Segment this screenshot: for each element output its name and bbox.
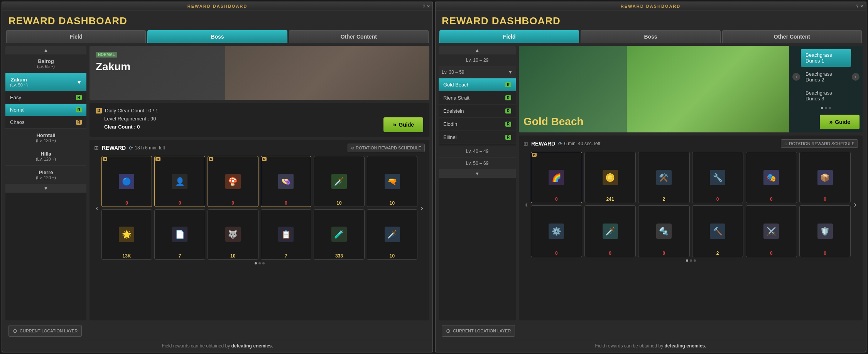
boss-info: D Daily Clear Count : 0 / 1 Level Requir… [90, 103, 429, 137]
field-item-riena-strait[interactable]: Riena Strait R [439, 91, 516, 105]
titlebar-controls: ? ✕ [423, 4, 430, 9]
reward-header: ⊞ REWARD ⟳ 18 h 6 min. left ⊙ ROTATION R… [94, 144, 425, 152]
boss-header: NORMAL Zakum [90, 46, 429, 100]
difficulty-easy[interactable]: Easy R [5, 91, 86, 104]
sub-area-item-0[interactable]: Beachgrass Dunes 1 [801, 49, 851, 67]
boss-reward-section: ⊞ REWARD ⟳ 18 h 6 min. left ⊙ ROTATION R… [90, 140, 429, 320]
left-panel: REWARD DASHBOARD ? ✕ REWARD DASHBOARD Fi… [2, 2, 433, 352]
boss-sidebar: ▲ Balrog (Lv. 65 ~) Zakum (Lv. 50 ~) ▼ E… [5, 46, 86, 320]
right-panel: REWARD DASHBOARD ? ✕ REWARD DASHBOARD Fi… [435, 2, 866, 352]
boss-guide-btn[interactable]: Guide [383, 117, 423, 132]
boss-item-hilla[interactable]: Hilla (Lv. 120 ~) [5, 147, 86, 166]
close-btn[interactable]: ✕ [427, 4, 430, 9]
field-bg-image: Gold Beach [519, 46, 789, 132]
current-location-btn-right[interactable]: ⊙ CURRENT LOCATION LAYER [442, 325, 515, 337]
level-range-40-49: Lv. 40 – 49 [439, 146, 516, 158]
field-dot-1 [690, 259, 692, 262]
field-guide-btn[interactable]: Guide [820, 115, 860, 129]
left-titlebar: REWARD DASHBOARD ? ✕ [2, 2, 432, 10]
boss-tag: NORMAL [96, 52, 117, 58]
sub-area-item-2[interactable]: Beachgrass Dunes 3 [801, 87, 851, 105]
field-sidebar: ▲ Lv. 10 – 29 Lv. 30 – 59 ▼ Gold Beach R… [439, 46, 516, 320]
field-reward-item-0: R 🌈 0 [531, 152, 582, 203]
boss-item-balrog[interactable]: Balrog (Lv. 65 ~) [5, 54, 86, 73]
reward-row-wrapper: ‹ R 🔵 0 R 👤 0 [94, 156, 425, 260]
boss-name: Zakum [96, 61, 423, 73]
reward-timer: ⟳ 18 h 6 min. left [129, 145, 165, 151]
field-name: Gold Beach [524, 115, 584, 128]
dot-0 [255, 262, 257, 264]
reward-scroll-right[interactable]: › [419, 203, 425, 212]
field-reward-item-6: ⚙️ 0 [531, 205, 582, 257]
field-reward-scroll-right[interactable]: › [852, 200, 858, 209]
sidebar-scroll-up[interactable]: ▲ [5, 46, 86, 54]
tab-boss-left[interactable]: Boss [147, 30, 287, 43]
field-reward-header: ⊞ REWARD ⟳ 6 min. 40 sec. left ⊙ ROTATIO… [524, 139, 858, 148]
tab-field-left[interactable]: Field [6, 30, 146, 43]
boss-item-zakum[interactable]: Zakum (Lv. 50 ~) ▼ [5, 73, 86, 91]
field-scroll-up[interactable]: ▲ [439, 46, 516, 54]
field-reward-scroll-left[interactable]: ‹ [524, 200, 529, 209]
field-reward-item-2: ⚒️ 2 [638, 152, 689, 203]
sub-area-next[interactable]: › [852, 73, 860, 81]
reward-item-5: 🔫 10 [367, 156, 418, 207]
tab-boss-right[interactable]: Boss [581, 30, 720, 43]
field-reward-grid-row2: ⚙️ 0 🗡️ 0 🔩 0 [531, 205, 851, 257]
boss-item-horntail[interactable]: Horntail (Lv. 130 ~) [5, 129, 86, 147]
level-dropdown-30-59[interactable]: Lv. 30 – 59 ▼ [439, 66, 516, 78]
right-tab-bar: Field Boss Other Content [436, 30, 866, 43]
boss-item-pierre[interactable]: Pierre (Lv. 120 ~) [5, 166, 86, 184]
boss-main: NORMAL Zakum D Daily Clear Count : 0 / 1… [90, 46, 429, 320]
rotation-btn[interactable]: ⊙ ROTATION REWARD SCHEDULE [348, 144, 425, 152]
reward-scroll-left[interactable]: ‹ [94, 203, 100, 212]
sub-area-dots [792, 105, 860, 111]
left-panel-title: REWARD DASHBOARD [2, 10, 432, 30]
reward-item-4: 🗡️ 10 [314, 156, 365, 207]
sub-area-item-1[interactable]: Beachgrass Dunes 2 [801, 68, 851, 86]
field-scroll-down[interactable]: ▼ [439, 169, 516, 178]
difficulty-chaos[interactable]: Chaos R [5, 116, 86, 129]
reward-item-9: 📋 7 [261, 209, 312, 260]
dot-1 [258, 262, 261, 264]
right-titlebar-controls: ? ✕ [856, 4, 863, 9]
reward-item-7: 📄 7 [154, 209, 205, 260]
tab-field-right[interactable]: Field [439, 30, 579, 43]
reward-grid-row1: R 🔵 0 R 👤 0 R 🍄 [101, 156, 418, 207]
right-footer: Field rewards can be obtained by defeati… [436, 340, 866, 352]
reward-grid-row2: 🌟 13K 📄 7 🐺 10 [101, 209, 418, 260]
boss-info-daily: D Daily Clear Count : 0 / 1 [96, 108, 423, 113]
difficulty-normal[interactable]: Nomal R [5, 104, 86, 116]
field-reward-item-5: 📦 0 [799, 152, 851, 203]
field-reward-item-3: 🔧 0 [692, 152, 743, 203]
field-reward-item-9: 🔨 2 [692, 205, 743, 257]
dot-2 [262, 262, 265, 264]
help-btn[interactable]: ? [423, 4, 425, 9]
field-item-elodin[interactable]: Elodin R [439, 118, 516, 131]
boss-info-level: Level Requirement : 90 [96, 116, 423, 122]
right-titlebar-text: REWARD DASHBOARD [621, 4, 681, 8]
field-item-edelstein[interactable]: Edelstein R [439, 105, 516, 118]
level-range-50-69: Lv. 50 – 69 [439, 158, 516, 169]
sub-area-prev[interactable]: ‹ [792, 73, 800, 81]
boss-info-clear: Clear Count : 0 [96, 124, 423, 130]
tab-other-right[interactable]: Other Content [722, 30, 862, 43]
reward-item-3: R 👒 0 [261, 156, 312, 207]
right-panel-title: REWARD DASHBOARD [436, 10, 866, 30]
left-titlebar-text: REWARD DASHBOARD [187, 4, 247, 8]
field-item-gold-beach[interactable]: Gold Beach R [439, 78, 516, 91]
field-reward-grid-row1: R 🌈 0 🪙 241 ⚒️ 2 [531, 152, 851, 203]
field-dot-0 [686, 259, 688, 262]
sub-area-nav-row: ‹ Beachgrass Dunes 1 Beachgrass Dunes 2 … [792, 49, 860, 105]
right-help-btn[interactable]: ? [856, 4, 858, 9]
field-reward-item-8: 🔩 0 [638, 205, 689, 257]
field-rotation-btn[interactable]: ⊙ ROTATION REWARD SCHEDULE [781, 139, 858, 148]
reward-item-11: 🗡️ 10 [367, 209, 418, 260]
reward-item-1: R 👤 0 [154, 156, 205, 207]
field-reward-row-wrapper: ‹ R 🌈 0 🪙 241 [524, 152, 858, 257]
current-location-btn-left[interactable]: ⊙ CURRENT LOCATION LAYER [8, 325, 82, 337]
right-close-btn[interactable]: ✕ [860, 4, 863, 9]
field-item-ellinel[interactable]: Ellinel R [439, 131, 516, 144]
sidebar-scroll-down[interactable]: ▼ [5, 184, 86, 193]
right-titlebar: REWARD DASHBOARD ? ✕ [436, 2, 866, 10]
tab-other-left[interactable]: Other Content [289, 30, 429, 43]
